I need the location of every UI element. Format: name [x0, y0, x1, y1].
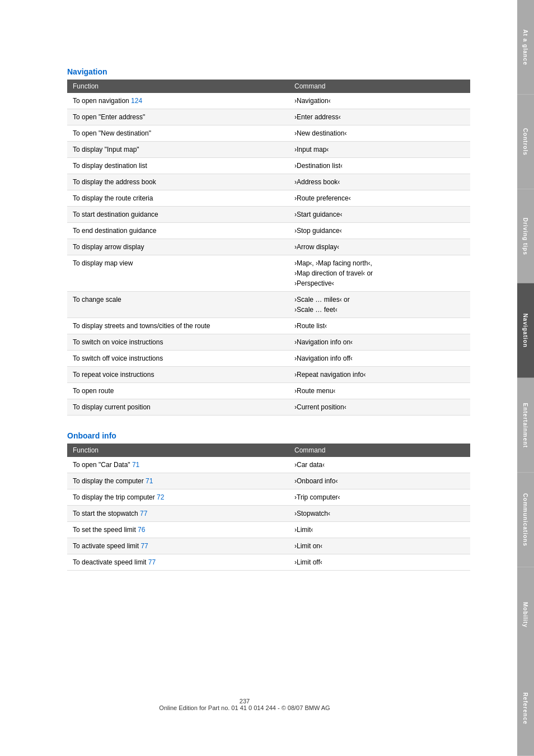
tab-controls[interactable]: Controls: [517, 95, 534, 189]
tab-mobility[interactable]: Mobility: [517, 567, 534, 662]
nav-command-cell: ›Navigation‹: [289, 93, 470, 109]
nav-command-cell: ›Navigation info on‹: [289, 334, 470, 351]
tab-entertainment[interactable]: Entertainment: [517, 378, 534, 473]
ob-command-cell: ›Car data‹: [289, 457, 470, 473]
table-row: To display arrow display›Arrow display‹: [67, 239, 470, 255]
page-ref-link[interactable]: 71: [146, 477, 153, 485]
tab-navigation[interactable]: Navigation: [517, 283, 534, 378]
table-row: To display the trip computer 72›Trip com…: [67, 489, 470, 506]
table-row: To switch on voice instructions›Navigati…: [67, 334, 470, 351]
table-row: To end destination guidance›Stop guidanc…: [67, 223, 470, 239]
table-row: To change scale›Scale … miles‹ or ›Scale…: [67, 292, 470, 318]
page-ref-link[interactable]: 77: [140, 542, 148, 550]
nav-command-cell: ›Arrow display‹: [289, 239, 470, 255]
nav-command-cell: ›Destination list‹: [289, 158, 470, 174]
table-row: To repeat voice instructions›Repeat navi…: [67, 367, 470, 383]
nav-command-cell: ›Scale … miles‹ or ›Scale … feet‹: [289, 292, 470, 318]
tab-controls-label: Controls: [523, 128, 529, 156]
table-row: To open "Enter address"›Enter address‹: [67, 109, 470, 125]
nav-function-cell: To end destination guidance: [67, 223, 289, 239]
page-number: 237: [240, 698, 250, 704]
table-row: To switch off voice instructions›Navigat…: [67, 351, 470, 367]
page-ref-link[interactable]: 76: [138, 526, 145, 534]
nav-command-cell: ›Repeat navigation info‹: [289, 367, 470, 383]
navigation-title: Navigation: [67, 67, 470, 76]
nav-function-cell: To display arrow display: [67, 239, 289, 255]
ob-function-cell: To start the stopwatch 77: [67, 506, 289, 522]
tab-entertainment-label: Entertainment: [523, 403, 529, 447]
nav-command-cell: ›New destination‹: [289, 125, 470, 142]
table-row: To display destination list›Destination …: [67, 158, 470, 174]
nav-function-cell: To open "New destination": [67, 125, 289, 142]
nav-col-command: Command: [289, 80, 470, 93]
ob-function-cell: To deactivate speed limit 77: [67, 554, 289, 571]
nav-function-cell: To display current position: [67, 399, 289, 416]
nav-command-cell: ›Route menu‹: [289, 383, 470, 399]
nav-function-cell: To display streets and towns/cities of t…: [67, 318, 289, 334]
ob-function-cell: To open "Car Data" 71: [67, 457, 289, 473]
nav-command-cell: ›Input map‹: [289, 142, 470, 158]
table-row: To start the stopwatch 77›Stopwatch‹: [67, 506, 470, 522]
tab-driving-tips[interactable]: Driving tips: [517, 189, 534, 284]
page-ref-link[interactable]: 124: [131, 97, 142, 105]
nav-function-cell: To start destination guidance: [67, 207, 289, 223]
onboard-table-body: To open "Car Data" 71›Car data‹To displa…: [67, 457, 470, 571]
tab-communications-label: Communications: [523, 493, 529, 547]
table-row: To display the route criteria›Route pref…: [67, 190, 470, 207]
page-ref-link[interactable]: 77: [148, 558, 156, 566]
nav-function-cell: To display destination list: [67, 158, 289, 174]
ob-command-cell: ›Onboard info‹: [289, 473, 470, 489]
table-row: To open route›Route menu‹: [67, 383, 470, 399]
tab-reference-label: Reference: [523, 693, 529, 725]
table-row: To display the address book›Address book…: [67, 174, 470, 190]
nav-command-cell: ›Current position‹: [289, 399, 470, 416]
navigation-table: Function Command To open navigation 124›…: [67, 80, 470, 416]
table-row: To deactivate speed limit 77›Limit off‹: [67, 554, 470, 571]
page-ref-link[interactable]: 72: [157, 493, 164, 501]
table-row: To display "Input map"›Input map‹: [67, 142, 470, 158]
nav-function-cell: To display "Input map": [67, 142, 289, 158]
page-ref-link[interactable]: 71: [132, 461, 139, 469]
nav-function-cell: To open navigation 124: [67, 93, 289, 109]
nav-function-cell: To display the address book: [67, 174, 289, 190]
table-row: To start destination guidance›Start guid…: [67, 207, 470, 223]
navigation-table-body: To open navigation 124›Navigation‹To ope…: [67, 93, 470, 416]
ob-function-cell: To activate speed limit 77: [67, 538, 289, 554]
nav-function-cell: To switch off voice instructions: [67, 351, 289, 367]
table-row: To display the computer 71›Onboard info‹: [67, 473, 470, 489]
ob-col-function: Function: [67, 444, 289, 457]
ob-col-command: Command: [289, 444, 470, 457]
nav-function-cell: To repeat voice instructions: [67, 367, 289, 383]
tab-navigation-label: Navigation: [523, 314, 529, 348]
ob-command-cell: ›Limit on‹: [289, 538, 470, 554]
ob-command-cell: ›Trip computer‹: [289, 489, 470, 506]
nav-function-cell: To switch on voice instructions: [67, 334, 289, 351]
page-ref-link[interactable]: 77: [140, 510, 147, 517]
ob-function-cell: To set the speed limit 76: [67, 522, 289, 538]
nav-function-cell: To display map view: [67, 255, 289, 292]
tab-driving-tips-label: Driving tips: [523, 217, 529, 255]
tab-at-glance[interactable]: At a glance: [517, 0, 534, 95]
nav-command-cell: ›Enter address‹: [289, 109, 470, 125]
table-row: To activate speed limit 77›Limit on‹: [67, 538, 470, 554]
nav-col-function: Function: [67, 80, 289, 93]
page-container: Navigation Function Command To open navi…: [0, 0, 534, 756]
nav-command-cell: ›Map‹, ›Map facing north‹, ›Map directio…: [289, 255, 470, 292]
nav-function-cell: To open "Enter address": [67, 109, 289, 125]
table-row: To set the speed limit 76›Limit‹: [67, 522, 470, 538]
tab-reference[interactable]: Reference: [517, 661, 534, 756]
nav-function-cell: To open route: [67, 383, 289, 399]
nav-command-cell: ›Stop guidance‹: [289, 223, 470, 239]
navigation-table-header: Function Command: [67, 80, 470, 93]
navigation-section: Navigation Function Command To open navi…: [67, 67, 470, 416]
nav-function-cell: To display the route criteria: [67, 190, 289, 207]
nav-function-cell: To change scale: [67, 292, 289, 318]
tab-communications[interactable]: Communications: [517, 473, 534, 567]
nav-command-cell: ›Route preference‹: [289, 190, 470, 207]
tab-mobility-label: Mobility: [523, 601, 529, 627]
nav-command-cell: ›Route list‹: [289, 318, 470, 334]
ob-command-cell: ›Limit‹: [289, 522, 470, 538]
footer-text: Online Edition for Part no. 01 41 0 014 …: [159, 704, 330, 711]
footer: 237 Online Edition for Part no. 01 41 0 …: [0, 687, 489, 722]
table-row: To display map view›Map‹, ›Map facing no…: [67, 255, 470, 292]
